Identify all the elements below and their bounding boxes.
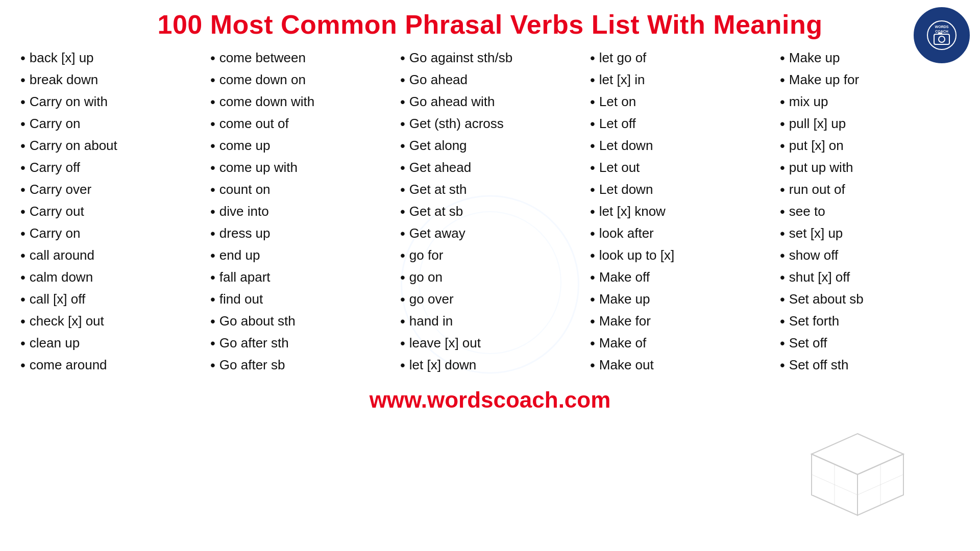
list-item: Carry over (20, 179, 200, 201)
list-item: back [x] up (20, 47, 200, 69)
list-item: put up with (780, 157, 960, 179)
list-col4: let go of let [x] in Let on Let off Let … (590, 47, 770, 376)
list-item: Make off (590, 266, 770, 288)
list-item: Go ahead (400, 69, 580, 91)
column-5: Make up Make up for mix up pull [x] up p… (775, 45, 965, 378)
svg-text:WORDS: WORDS (935, 25, 949, 29)
list-item: Go after sb (210, 354, 390, 376)
list-item: dress up (210, 222, 390, 244)
list-item: Set off sth (780, 354, 960, 376)
list-item: Let on (590, 91, 770, 113)
list-item: Go after sth (210, 332, 390, 354)
list-item: come down with (210, 91, 390, 113)
svg-marker-6 (812, 434, 903, 474)
list-item: see to (780, 201, 960, 222)
list-item: Carry on (20, 113, 200, 135)
list-item: Go against sth/sb (400, 47, 580, 69)
list-item: Carry on with (20, 91, 200, 113)
list-item: Make up (590, 288, 770, 310)
list-item: Carry off (20, 157, 200, 179)
list-item: Carry out (20, 201, 200, 222)
list-item: go for (400, 244, 580, 266)
list-item: come between (210, 47, 390, 69)
decorative-box (806, 429, 909, 520)
list-col3: Go against sth/sb Go ahead Go ahead with… (400, 47, 580, 376)
page-title: 100 Most Common Phrasal Verbs List With … (0, 0, 980, 45)
list-item: come around (20, 354, 200, 376)
list-item: dive into (210, 201, 390, 222)
list-item: let go of (590, 47, 770, 69)
svg-rect-5 (938, 33, 942, 35)
list-item: leave [x] out (400, 332, 580, 354)
list-item: come out of (210, 113, 390, 135)
list-item: Set about sb (780, 288, 960, 310)
list-item: break down (20, 69, 200, 91)
list-item: let [x] down (400, 354, 580, 376)
list-item: Get (sth) across (400, 113, 580, 135)
column-2: come between come down on come down with… (205, 45, 395, 378)
list-item: go on (400, 266, 580, 288)
list-item: Carry on (20, 222, 200, 244)
list-item: Make up for (780, 69, 960, 91)
list-item: go over (400, 288, 580, 310)
list-item: check [x] out (20, 310, 200, 332)
list-item: come up with (210, 157, 390, 179)
list-item: call around (20, 244, 200, 266)
list-item: mix up (780, 91, 960, 113)
list-item: Let out (590, 157, 770, 179)
list-item: clean up (20, 332, 200, 354)
list-item: Let down (590, 135, 770, 157)
list-item: Make for (590, 310, 770, 332)
list-item: Get away (400, 222, 580, 244)
list-item: look up to [x] (590, 244, 770, 266)
column-3: Go against sth/sb Go ahead Go ahead with… (395, 45, 585, 378)
list-item: Set off (780, 332, 960, 354)
list-item: Make out (590, 354, 770, 376)
list-col2: come between come down on come down with… (210, 47, 390, 376)
list-item: Carry on about (20, 135, 200, 157)
list-item: shut [x] off (780, 266, 960, 288)
list-item: look after (590, 222, 770, 244)
list-item: Make of (590, 332, 770, 354)
list-item: show off (780, 244, 960, 266)
list-item: come up (210, 135, 390, 157)
list-item: Get at sb (400, 201, 580, 222)
list-item: put [x] on (780, 135, 960, 157)
list-item: Get at sth (400, 179, 580, 201)
list-col1: back [x] up break down Carry on with Car… (20, 47, 200, 376)
content-area: back [x] up break down Carry on with Car… (0, 45, 980, 378)
list-item: pull [x] up (780, 113, 960, 135)
list-item: hand in (400, 310, 580, 332)
svg-text:COACH: COACH (935, 30, 948, 33)
list-item: count on (210, 179, 390, 201)
list-item: find out (210, 288, 390, 310)
list-item: Let down (590, 179, 770, 201)
list-item: come down on (210, 69, 390, 91)
list-item: run out of (780, 179, 960, 201)
list-item: Go about sth (210, 310, 390, 332)
footer-url: www.wordscoach.com (0, 378, 980, 418)
list-item: Make up (780, 47, 960, 69)
list-item: Get along (400, 135, 580, 157)
list-col5: Make up Make up for mix up pull [x] up p… (780, 47, 960, 376)
list-item: Go ahead with (400, 91, 580, 113)
list-item: let [x] in (590, 69, 770, 91)
list-item: let [x] know (590, 201, 770, 222)
column-1: back [x] up break down Carry on with Car… (15, 45, 205, 378)
list-item: end up (210, 244, 390, 266)
list-item: fall apart (210, 266, 390, 288)
column-4: let go of let [x] in Let on Let off Let … (585, 45, 775, 378)
list-item: Get ahead (400, 157, 580, 179)
list-item: calm down (20, 266, 200, 288)
list-item: Set forth (780, 310, 960, 332)
list-item: set [x] up (780, 222, 960, 244)
list-item: Let off (590, 113, 770, 135)
list-item: call [x] off (20, 288, 200, 310)
